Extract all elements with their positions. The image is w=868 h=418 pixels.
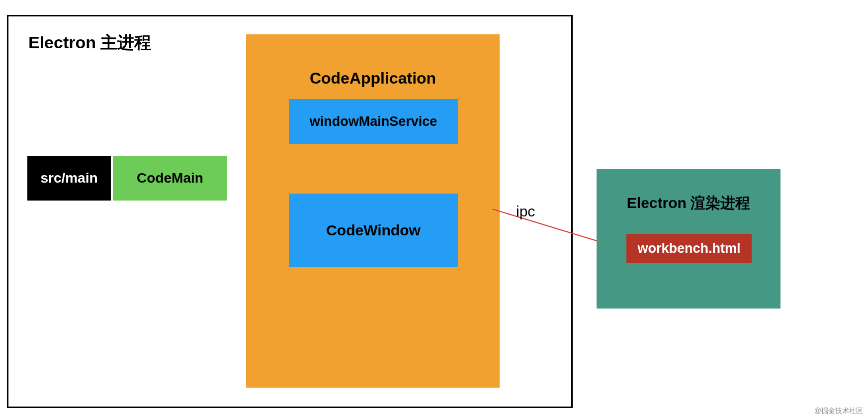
workbench-html-box: workbench.html [626, 234, 752, 263]
codemain-box: CodeMain [113, 156, 227, 201]
src-main-label: src/main [40, 170, 97, 186]
render-process-container: Electron 渲染进程 workbench.html [597, 169, 781, 309]
main-process-title: Electron 主进程 [28, 31, 151, 54]
src-main-box: src/main [27, 156, 111, 201]
code-application-container: CodeApplication windowMainService CodeWi… [246, 34, 500, 388]
code-window-label: CodeWindow [326, 222, 421, 239]
workbench-html-label: workbench.html [637, 241, 740, 256]
render-process-title: Electron 渲染进程 [597, 193, 781, 213]
ipc-label: ipc [516, 203, 535, 220]
watermark-text: @掘金技术社区 [814, 407, 863, 416]
window-main-service-box: windowMainService [289, 99, 458, 144]
code-application-title: CodeApplication [246, 69, 500, 88]
window-main-service-label: windowMainService [310, 114, 437, 129]
codemain-label: CodeMain [137, 170, 203, 186]
code-window-box: CodeWindow [289, 194, 458, 267]
main-process-container: Electron 主进程 src/main CodeMain CodeAppli… [7, 15, 573, 408]
